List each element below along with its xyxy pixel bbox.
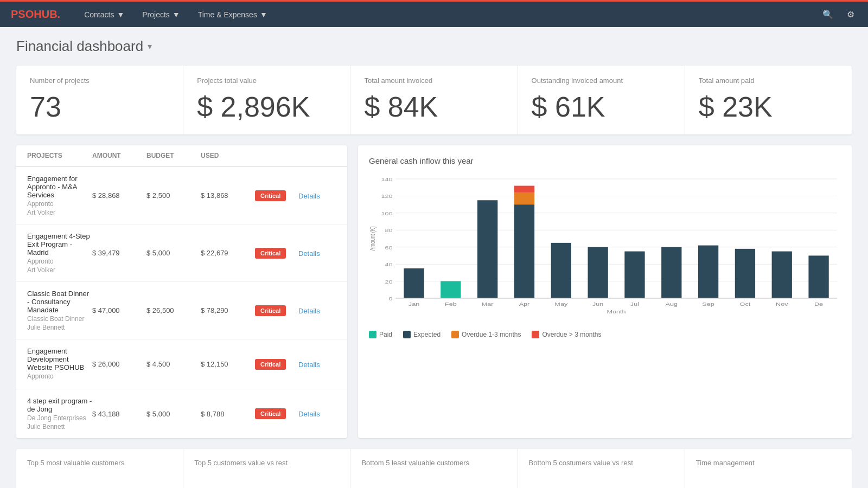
table-row: Engagement for Appronto - M&A Services A… bbox=[16, 167, 347, 224]
legend-item: Overdue > 3 months bbox=[532, 331, 601, 338]
project-name: Engagement Development Website PSOHUB bbox=[27, 347, 92, 371]
nav-time-expenses[interactable]: Time & Expenses ▼ bbox=[190, 6, 275, 23]
brand-logo[interactable]: PSOHUB. bbox=[11, 8, 60, 21]
details-link[interactable]: Details bbox=[298, 307, 320, 315]
search-icon[interactable]: 🔍 bbox=[820, 7, 836, 22]
svg-rect-35 bbox=[698, 246, 718, 298]
stat-label-total-value: Projects total value bbox=[197, 76, 336, 85]
stat-value-invoiced: $ 84K bbox=[364, 93, 503, 121]
project-details-link[interactable]: Details bbox=[298, 360, 336, 369]
details-link[interactable]: Details bbox=[298, 249, 320, 258]
table-header: Projects Amount Budget Used bbox=[16, 145, 347, 167]
stat-value-outstanding: $ 61K bbox=[532, 93, 671, 121]
status-badge: Critical bbox=[255, 248, 286, 259]
navbar: PSOHUB. Contacts ▼ Projects ▼ Time & Exp… bbox=[0, 0, 868, 27]
settings-icon[interactable]: ⚙ bbox=[844, 7, 857, 22]
stat-value-total-value: $ 2,896K bbox=[197, 93, 336, 121]
page-title[interactable]: Financial dashboard ▾ bbox=[16, 38, 852, 55]
project-details-link[interactable]: Details bbox=[298, 306, 336, 315]
project-details-link[interactable]: Details bbox=[298, 249, 336, 258]
svg-text:May: May bbox=[554, 301, 567, 307]
legend-item: Expected bbox=[403, 331, 441, 338]
svg-rect-19 bbox=[441, 281, 461, 298]
details-link[interactable]: Details bbox=[298, 361, 320, 369]
legend-color bbox=[369, 331, 376, 338]
brand-suffix: HUB. bbox=[34, 8, 60, 20]
col-amount: Amount bbox=[92, 152, 146, 159]
brand-prefix: PSO bbox=[11, 8, 34, 20]
col-projects: Projects bbox=[27, 152, 92, 159]
svg-text:100: 100 bbox=[381, 211, 392, 216]
nav-projects[interactable]: Projects ▼ bbox=[135, 6, 187, 23]
project-manager: Julie Bennett bbox=[27, 423, 92, 431]
stat-cards-row: Number of projects 73 Projects total val… bbox=[16, 66, 852, 134]
project-manager: Julie Bennett bbox=[27, 324, 92, 331]
details-link[interactable]: Details bbox=[298, 192, 320, 200]
chart-panel: General cash inflow this year 0204060801… bbox=[358, 145, 852, 438]
chevron-down-icon: ▾ bbox=[148, 41, 152, 52]
svg-text:Aug: Aug bbox=[666, 301, 678, 307]
project-info: 4 step exit program - de Jong De Jong En… bbox=[27, 397, 92, 431]
svg-text:Feb: Feb bbox=[445, 301, 457, 307]
svg-rect-29 bbox=[588, 247, 608, 298]
bottom-panel-title: Bottom 5 costumers value vs rest bbox=[529, 459, 674, 467]
chart-area: 020406080100120140Amount (K)JanFebMarApr… bbox=[369, 174, 841, 325]
project-client: De Jong Enterprises bbox=[27, 414, 92, 422]
bottom-panel-title: Top 5 customers value vs rest bbox=[194, 459, 339, 467]
project-details-link[interactable]: Details bbox=[298, 191, 336, 200]
bottom-panel-content bbox=[27, 472, 172, 488]
svg-text:Apr: Apr bbox=[519, 301, 530, 307]
svg-text:0: 0 bbox=[388, 296, 392, 301]
stat-label-paid: Total amount paid bbox=[699, 76, 838, 85]
table-row: Engagement Development Website PSOHUB Ap… bbox=[16, 339, 347, 389]
status-badge: Critical bbox=[255, 359, 286, 370]
svg-rect-24 bbox=[514, 192, 534, 204]
project-status: Critical bbox=[255, 190, 298, 201]
bottom-panel-3: Bottom 5 costumers value vs rest bbox=[518, 449, 685, 488]
svg-text:Sep: Sep bbox=[702, 301, 714, 307]
page-title-text: Financial dashboard bbox=[16, 38, 143, 55]
project-status: Critical bbox=[255, 305, 298, 316]
svg-text:60: 60 bbox=[385, 245, 392, 251]
project-amount: $ 47,000 bbox=[92, 306, 146, 314]
project-used: $ 13,868 bbox=[201, 191, 255, 200]
project-name: Engagement 4-Step Exit Program - Madrid bbox=[27, 232, 92, 256]
stat-value-projects: 73 bbox=[30, 93, 169, 121]
project-name: Classic Boat Dinner - Consultancy Manada… bbox=[27, 290, 92, 314]
nav-projects-label: Projects bbox=[142, 10, 170, 19]
stat-label-projects: Number of projects bbox=[30, 76, 169, 85]
legend-color bbox=[451, 331, 459, 338]
legend-color bbox=[403, 331, 411, 338]
details-link[interactable]: Details bbox=[298, 410, 320, 418]
legend-label: Overdue 1-3 months bbox=[462, 331, 521, 338]
svg-text:Amount (K): Amount (K) bbox=[369, 226, 376, 251]
svg-text:Jan: Jan bbox=[409, 301, 419, 307]
bottom-panel-title: Time management bbox=[696, 459, 841, 467]
col-used: Used bbox=[201, 152, 255, 159]
bottom-panel-0: Top 5 most valuable customers bbox=[16, 449, 183, 488]
project-used: $ 8,788 bbox=[201, 410, 255, 418]
project-amount: $ 28,868 bbox=[92, 191, 146, 200]
project-status: Critical bbox=[255, 248, 298, 259]
project-manager: Art Volker bbox=[27, 209, 92, 216]
project-name: 4 step exit program - de Jong bbox=[27, 397, 92, 413]
stat-card-projects: Number of projects 73 bbox=[16, 66, 183, 134]
nav-contacts[interactable]: Contacts ▼ bbox=[76, 6, 132, 23]
project-details-link[interactable]: Details bbox=[298, 409, 336, 418]
svg-rect-41 bbox=[808, 255, 828, 298]
project-info: Engagement 4-Step Exit Program - Madrid … bbox=[27, 232, 92, 274]
project-used: $ 22,679 bbox=[201, 249, 255, 257]
svg-text:Jun: Jun bbox=[592, 301, 603, 307]
legend-label: Expected bbox=[413, 331, 441, 338]
nav-time-expenses-label: Time & Expenses bbox=[198, 10, 257, 19]
svg-text:Mar: Mar bbox=[482, 301, 494, 307]
bottom-panel-content bbox=[194, 472, 339, 488]
bottom-panel-4: Time management bbox=[685, 449, 852, 488]
svg-rect-21 bbox=[477, 200, 497, 298]
stat-card-outstanding: Outstanding invoiced amount $ 61K bbox=[518, 66, 685, 134]
stat-card-invoiced: Total amount invoiced $ 84K bbox=[350, 66, 518, 134]
project-client: Appronto bbox=[27, 258, 92, 265]
svg-text:140: 140 bbox=[381, 177, 392, 182]
table-row: Classic Boat Dinner - Consultancy Manada… bbox=[16, 282, 347, 339]
legend-item: Overdue 1-3 months bbox=[451, 331, 521, 338]
